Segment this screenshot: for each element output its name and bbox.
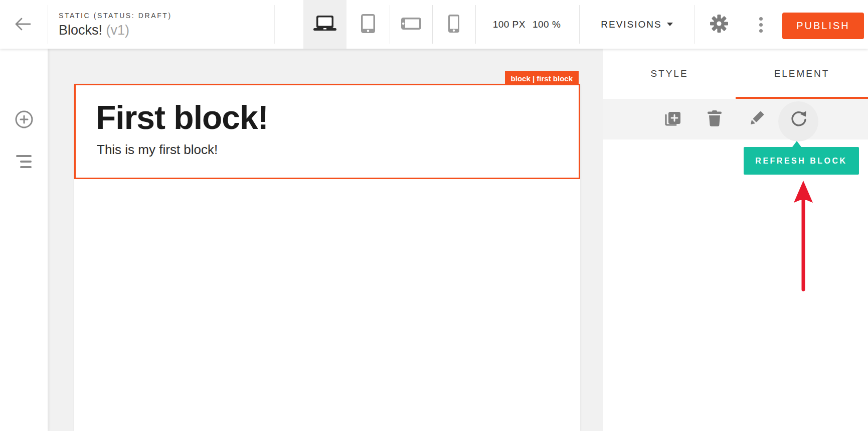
tablet-portrait-icon xyxy=(361,14,375,35)
device-laptop-button[interactable] xyxy=(303,0,346,49)
tab-style[interactable]: STYLE xyxy=(603,49,736,99)
tooltip-notch xyxy=(792,141,801,147)
page-version: (v1) xyxy=(106,23,130,38)
settings-button[interactable] xyxy=(709,14,730,35)
refresh-icon xyxy=(789,109,808,130)
publish-button[interactable]: PUBLISH xyxy=(782,13,864,39)
duplicate-icon xyxy=(663,109,682,130)
laptop-icon xyxy=(313,16,337,34)
phone-portrait-icon xyxy=(448,15,459,35)
duplicate-block-button[interactable] xyxy=(651,99,693,139)
document-status: STATIC (STATUS: DRAFT) xyxy=(59,12,172,20)
add-block-button[interactable] xyxy=(0,105,48,135)
topbar-divider xyxy=(432,5,433,44)
viewport-size-readout: 100 PX 100 % xyxy=(474,0,579,49)
tooltip-label: REFRESH BLOCK xyxy=(755,157,847,166)
topbar: STATIC (STATUS: DRAFT) Blocks! (v1) xyxy=(0,0,868,49)
page-outline-button[interactable] xyxy=(0,147,48,177)
viewport-zoom-value: 100 % xyxy=(533,19,561,30)
delete-block-button[interactable] xyxy=(693,99,736,139)
edit-block-button[interactable] xyxy=(736,99,778,139)
device-tablet-landscape-button[interactable] xyxy=(390,0,433,49)
topbar-divider xyxy=(390,5,390,44)
editor-canvas: block | first block First block! This is… xyxy=(48,49,603,431)
trash-icon xyxy=(708,110,722,128)
revisions-label: REVISIONS xyxy=(601,19,661,30)
page-title: Blocks! (v1) xyxy=(59,23,172,38)
refresh-block-tooltip: REFRESH BLOCK xyxy=(744,147,859,175)
inspector-panel: STYLE ELEMENT xyxy=(603,49,868,431)
add-circle-icon xyxy=(15,110,34,131)
more-options-button[interactable] xyxy=(750,14,771,35)
preview-page: block | first block First block! This is… xyxy=(74,84,580,431)
edit-pencil-icon xyxy=(748,109,766,129)
page-title-text: Blocks! xyxy=(59,23,102,38)
element-toolbar xyxy=(603,99,868,139)
tab-element[interactable]: ELEMENT xyxy=(736,49,868,99)
refresh-block-button[interactable] xyxy=(778,99,820,139)
device-tablet-portrait-button[interactable] xyxy=(346,0,390,49)
device-phone-button[interactable] xyxy=(432,0,475,49)
viewport-width-value: 100 PX xyxy=(493,19,526,30)
block-heading: First block! xyxy=(96,98,268,136)
arrow-left-icon xyxy=(14,17,32,34)
tablet-landscape-icon xyxy=(401,18,421,32)
document-info: STATIC (STATUS: DRAFT) Blocks! (v1) xyxy=(59,12,172,38)
topbar-divider xyxy=(48,5,48,44)
revisions-dropdown[interactable]: REVISIONS xyxy=(579,0,695,49)
inspector-tabs: STYLE ELEMENT xyxy=(603,49,868,99)
caret-down-icon xyxy=(667,23,673,26)
kebab-vertical-icon xyxy=(759,17,763,33)
topbar-divider xyxy=(274,5,275,44)
block-body-text: This is my first block! xyxy=(97,142,218,158)
left-sidebar xyxy=(0,49,48,431)
block-selection-tag: block | first block xyxy=(505,71,579,85)
selected-block[interactable]: block | first block First block! This is… xyxy=(74,84,580,179)
outline-list-icon xyxy=(16,155,32,168)
page-builder-app: STATIC (STATUS: DRAFT) Blocks! (v1) xyxy=(0,0,868,431)
gear-icon xyxy=(709,14,729,36)
back-button[interactable] xyxy=(12,14,34,36)
topbar-divider xyxy=(695,5,695,44)
